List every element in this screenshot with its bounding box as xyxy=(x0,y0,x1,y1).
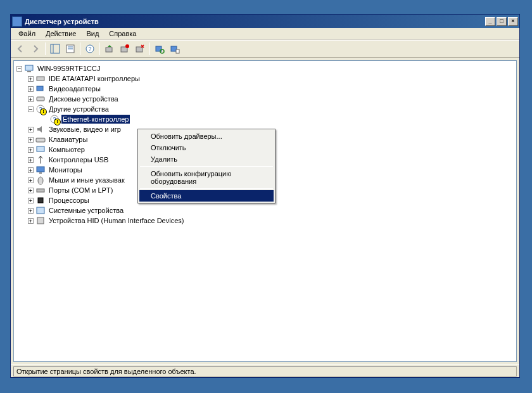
expand-icon[interactable]: + xyxy=(28,76,34,82)
expand-icon[interactable]: + xyxy=(28,167,34,173)
uninstall-button[interactable] xyxy=(133,42,147,56)
expand-icon[interactable]: + xyxy=(28,198,34,203)
svg-rect-26 xyxy=(37,167,44,172)
toolbar-separator xyxy=(99,42,100,55)
svg-rect-18 xyxy=(37,86,43,91)
svg-rect-15 xyxy=(25,65,33,70)
tree-root-label: WIN-99S9RTF1CCJ xyxy=(36,64,101,73)
toolbar: ? xyxy=(11,40,519,58)
tree-category[interactable]: + Видеоадаптеры xyxy=(15,84,515,94)
computer-icon xyxy=(24,63,34,74)
minimize-button[interactable]: _ xyxy=(485,17,495,26)
toolbar-separator xyxy=(80,42,80,55)
tree-label: Устройства HID (Human Interface Devices) xyxy=(48,216,185,225)
expand-icon[interactable]: + xyxy=(28,157,34,163)
expand-icon[interactable]: + xyxy=(28,188,34,193)
close-button[interactable]: × xyxy=(508,17,518,26)
help-button[interactable]: ? xyxy=(83,42,97,56)
update-driver-button[interactable] xyxy=(103,42,117,56)
ctx-separator xyxy=(140,188,273,189)
svg-rect-25 xyxy=(37,146,44,151)
sound-icon xyxy=(35,124,46,134)
status-text: Открытие страницы свойств для выделенног… xyxy=(13,366,517,377)
svg-rect-31 xyxy=(37,207,44,214)
svg-rect-24 xyxy=(36,138,45,142)
forward-button[interactable] xyxy=(28,42,42,56)
expand-icon[interactable]: + xyxy=(28,96,34,102)
disable-button[interactable] xyxy=(118,42,132,56)
tree-label: Порты (COM и LPT) xyxy=(48,186,114,195)
expand-icon[interactable]: + xyxy=(28,86,34,92)
system-icon xyxy=(35,205,46,216)
tree-category[interactable]: + Системные устройства xyxy=(15,205,515,216)
tree-label: Системные устройства xyxy=(48,206,125,215)
back-button[interactable] xyxy=(13,42,27,56)
svg-text:?: ? xyxy=(88,46,91,52)
device-properties-button[interactable] xyxy=(168,42,182,56)
tree-root[interactable]: − WIN-99S9RTF1CCJ xyxy=(15,63,515,74)
ctx-scan-hardware[interactable]: Обновить конфигурацию оборудования xyxy=(139,168,274,187)
tree-label: Дисковые устройства xyxy=(48,94,120,103)
context-menu: Обновить драйверы... Отключить Удалить О… xyxy=(137,129,276,203)
svg-rect-17 xyxy=(37,77,44,81)
ide-icon xyxy=(35,74,46,84)
collapse-icon[interactable]: − xyxy=(28,106,34,112)
svg-rect-19 xyxy=(37,97,44,101)
svg-rect-32 xyxy=(37,217,44,224)
toolbar-separator xyxy=(45,42,46,55)
tree-label: Другие устройства xyxy=(48,105,110,113)
tree-panel: − WIN-99S9RTF1CCJ + IDE ATA/ATAPI контро… xyxy=(13,60,517,362)
mouse-icon xyxy=(35,175,46,185)
svg-rect-29 xyxy=(37,189,44,192)
tree-label: Звуковые, видео и игр xyxy=(48,125,122,134)
menu-view[interactable]: Вид xyxy=(81,29,104,39)
expand-icon[interactable]: + xyxy=(28,177,34,183)
menubar: Файл Действие Вид Справка xyxy=(11,28,519,40)
properties-button[interactable] xyxy=(63,42,77,56)
expand-icon[interactable]: + xyxy=(28,137,34,143)
tree-item-ethernet-controller[interactable]: ? Ethernet-контроллер xyxy=(15,114,515,124)
tree-category[interactable]: + IDE ATA/ATAPI контроллеры xyxy=(15,74,515,84)
tree-category-other-devices[interactable]: − ? Другие устройства xyxy=(15,104,515,114)
ctx-delete[interactable]: Удалить xyxy=(139,153,274,165)
disk-icon xyxy=(35,94,46,104)
ctx-update-drivers[interactable]: Обновить драйверы... xyxy=(139,131,274,142)
expand-icon[interactable]: + xyxy=(28,147,34,153)
usb-icon xyxy=(35,155,46,165)
statusbar: Открытие страницы свойств для выделенног… xyxy=(11,364,519,377)
svg-rect-27 xyxy=(39,172,42,174)
maximize-button[interactable]: □ xyxy=(497,17,507,26)
ctx-properties[interactable]: Свойства xyxy=(139,190,274,202)
expand-icon[interactable]: + xyxy=(28,218,34,224)
display-adapter-icon xyxy=(35,84,46,94)
tree-label: Мониторы xyxy=(48,165,84,174)
hid-icon xyxy=(35,216,46,226)
tree-label: IDE ATA/ATAPI контроллеры xyxy=(48,74,141,83)
svg-rect-16 xyxy=(27,71,31,72)
svg-point-9 xyxy=(125,44,129,48)
ctx-disable[interactable]: Отключить xyxy=(139,142,274,153)
expand-icon[interactable]: + xyxy=(28,127,34,132)
unknown-device-icon: ? xyxy=(35,104,46,114)
tree-label: Видеоадаптеры xyxy=(48,84,102,93)
titlebar[interactable]: Диспетчер устройств _ □ × xyxy=(11,15,519,28)
app-icon xyxy=(12,16,22,27)
scan-hardware-button[interactable] xyxy=(153,42,167,56)
svg-text:?: ? xyxy=(39,106,42,112)
monitor-icon xyxy=(35,165,46,175)
show-tree-button[interactable] xyxy=(48,42,62,56)
window-title: Диспетчер устройств xyxy=(25,18,484,25)
menu-file[interactable]: Файл xyxy=(13,29,41,39)
expand-icon[interactable]: + xyxy=(28,208,34,214)
tree-label: Контроллеры USB xyxy=(48,155,110,164)
tree-label: Мыши и иные указывак xyxy=(48,176,126,184)
menu-help[interactable]: Справка xyxy=(104,29,141,39)
menu-action[interactable]: Действие xyxy=(41,29,81,39)
tree-category[interactable]: + Устройства HID (Human Interface Device… xyxy=(15,216,515,226)
port-icon xyxy=(35,185,46,195)
tree-label: Клавиатуры xyxy=(48,135,89,144)
tree-label: Компьютер xyxy=(48,145,86,154)
collapse-icon[interactable]: − xyxy=(16,66,22,72)
tree-category[interactable]: + Дисковые устройства xyxy=(15,94,515,104)
svg-rect-0 xyxy=(51,44,60,53)
